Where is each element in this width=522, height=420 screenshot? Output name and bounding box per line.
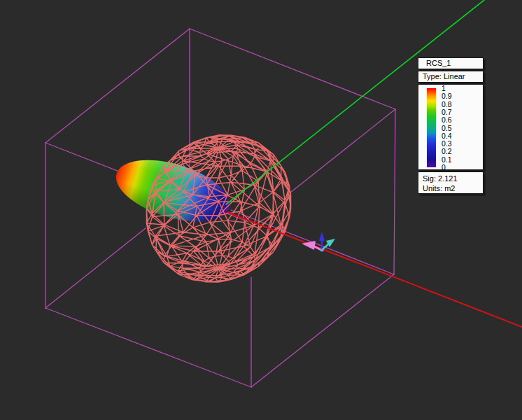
red-axis-line xyxy=(227,212,522,327)
colorbar-tick-label: 0.6 xyxy=(442,116,452,124)
colorbar-tick-label: 0.9 xyxy=(442,92,452,100)
legend-scale-type: Type: Linear xyxy=(418,71,484,83)
colorbar-gradient xyxy=(427,88,436,167)
viewport-3d[interactable]: RCS_1 Type: Linear 10.90.80.70.60.50.40.… xyxy=(0,0,522,420)
colorbar-labels: 10.90.80.70.60.50.40.30.20.10 xyxy=(442,85,477,171)
legend-sig-value: Sig: 2.121 xyxy=(423,174,483,183)
colorbar-tick-label: 0 xyxy=(442,164,446,172)
colorbar-tick-label: 0.2 xyxy=(442,148,452,155)
legend-colorbar-section: 10.90.80.70.60.50.40.30.20.10 xyxy=(418,84,484,170)
legend-title: RCS_1 xyxy=(418,57,484,69)
legend-units-value: Units: m2 xyxy=(423,183,483,193)
legend-stats-section: Sig: 2.121 Units: m2 xyxy=(418,172,484,194)
z-axis-arrow-icon xyxy=(319,232,325,241)
legend-panel[interactable]: RCS_1 Type: Linear 10.90.80.70.60.50.40.… xyxy=(418,57,484,195)
coordinate-triad xyxy=(302,232,335,251)
